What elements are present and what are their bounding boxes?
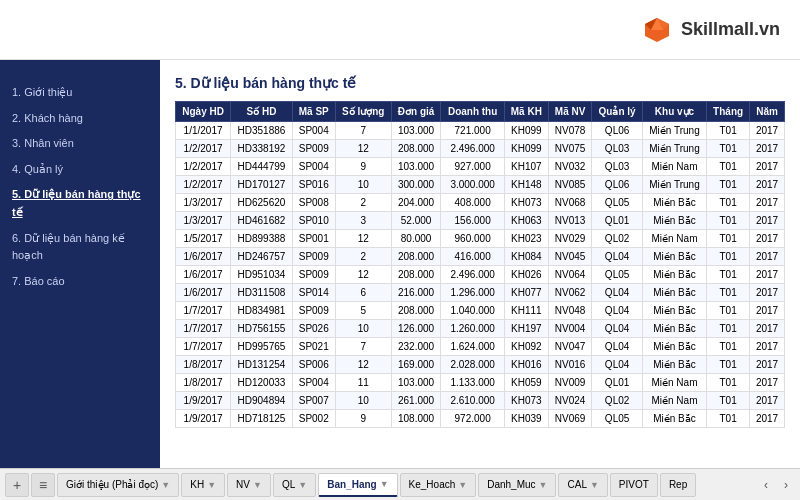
tab-prev-button[interactable]: ‹: [757, 473, 775, 497]
tab-item-kh-tab[interactable]: KH▼: [181, 473, 225, 497]
table-cell: QL04: [592, 248, 642, 266]
table-cell: QL05: [592, 194, 642, 212]
table-header-cell: Mã KH: [504, 102, 548, 122]
table-cell: KH107: [504, 158, 548, 176]
tab-dropdown-arrow[interactable]: ▼: [298, 480, 307, 490]
table-cell: 208.000: [391, 248, 441, 266]
table-cell: 9: [335, 410, 391, 428]
tab-item-ke-hoach-tab[interactable]: Ke_Hoach▼: [400, 473, 477, 497]
table-cell: NV069: [548, 410, 592, 428]
table-cell: HD170127: [231, 176, 293, 194]
tab-dropdown-arrow[interactable]: ▼: [207, 480, 216, 490]
table-cell: Miền Bắc: [642, 212, 706, 230]
sidebar: 1. Giới thiệu 2. Khách hàng 3. Nhân viên…: [0, 60, 160, 468]
table-cell: SP001: [292, 230, 335, 248]
tab-dropdown-arrow[interactable]: ▼: [590, 480, 599, 490]
table-header-cell: Khu vực: [642, 102, 706, 122]
sidebar-item-plan-sales[interactable]: 6. Dữ liệu bán hàng kế hoạch: [10, 226, 150, 269]
table-row[interactable]: 1/3/2017HD625620SP0082204.000408.000KH07…: [176, 194, 785, 212]
sidebar-item-intro[interactable]: 1. Giới thiệu: [10, 80, 150, 106]
table-row[interactable]: 1/6/2017HD311508SP0146216.0001.296.000KH…: [176, 284, 785, 302]
sidebar-item-employees[interactable]: 3. Nhân viên: [10, 131, 150, 157]
table-cell: 1/3/2017: [176, 212, 231, 230]
tab-dropdown-arrow[interactable]: ▼: [458, 480, 467, 490]
tab-item-intro-tab[interactable]: Giới thiệu (Phải đọc)▼: [57, 473, 179, 497]
table-cell: T01: [707, 212, 750, 230]
table-cell: 1/9/2017: [176, 392, 231, 410]
tab-item-pivot-tab[interactable]: PIVOT: [610, 473, 658, 497]
table-row[interactable]: 1/1/2017HD351886SP0047103.000721.000KH09…: [176, 122, 785, 140]
tab-dropdown-arrow[interactable]: ▼: [539, 480, 548, 490]
table-cell: 1/8/2017: [176, 374, 231, 392]
tab-item-ban-hang-tab[interactable]: Ban_Hang▼: [318, 473, 397, 497]
table-cell: QL02: [592, 392, 642, 410]
add-sheet-button[interactable]: +: [5, 473, 29, 497]
table-cell: 12: [335, 266, 391, 284]
tab-item-danh-muc-tab[interactable]: Danh_Muc▼: [478, 473, 556, 497]
sidebar-item-management[interactable]: 4. Quản lý: [10, 157, 150, 183]
table-cell: T01: [707, 176, 750, 194]
table-cell: SP009: [292, 302, 335, 320]
table-cell: SP010: [292, 212, 335, 230]
table-cell: KH099: [504, 140, 548, 158]
table-cell: Miền Bắc: [642, 338, 706, 356]
tab-item-nv-tab[interactable]: NV▼: [227, 473, 271, 497]
table-cell: HD904894: [231, 392, 293, 410]
table-row[interactable]: 1/7/2017HD834981SP0095208.0001.040.000KH…: [176, 302, 785, 320]
table-row[interactable]: 1/3/2017HD461682SP010352.000156.000KH063…: [176, 212, 785, 230]
table-cell: 103.000: [391, 122, 441, 140]
table-cell: HD120033: [231, 374, 293, 392]
table-cell: T01: [707, 122, 750, 140]
table-cell: 1/8/2017: [176, 356, 231, 374]
table-row[interactable]: 1/2/2017HD338192SP00912208.0002.496.000K…: [176, 140, 785, 158]
table-cell: 960.000: [441, 230, 504, 248]
table-cell: QL03: [592, 158, 642, 176]
table-cell: HD718125: [231, 410, 293, 428]
tab-item-cal-tab[interactable]: CAL▼: [558, 473, 607, 497]
table-cell: HD951034: [231, 266, 293, 284]
table-row[interactable]: 1/2/2017HD444799SP0049103.000927.000KH10…: [176, 158, 785, 176]
data-table: Ngày HDSố HDMã SPSố lượngĐơn giáDoanh th…: [175, 101, 785, 428]
tab-next-button[interactable]: ›: [777, 473, 795, 497]
table-cell: T01: [707, 140, 750, 158]
body: 1. Giới thiệu 2. Khách hàng 3. Nhân viên…: [0, 60, 800, 468]
table-row[interactable]: 1/6/2017HD246757SP0092208.000416.000KH08…: [176, 248, 785, 266]
tab-dropdown-arrow[interactable]: ▼: [253, 480, 262, 490]
table-cell: 10: [335, 392, 391, 410]
table-row[interactable]: 1/9/2017HD904894SP00710261.0002.610.000K…: [176, 392, 785, 410]
table-cell: Miền Bắc: [642, 194, 706, 212]
sidebar-item-customers[interactable]: 2. Khách hàng: [10, 106, 150, 132]
table-cell: NV029: [548, 230, 592, 248]
table-row[interactable]: 1/7/2017HD995765SP0217232.0001.624.000KH…: [176, 338, 785, 356]
table-row[interactable]: 1/8/2017HD131254SP00612169.0002.028.000K…: [176, 356, 785, 374]
app-container: Skillmall.vn 1. Giới thiệu 2. Khách hàng…: [0, 0, 800, 500]
sidebar-item-actual-sales[interactable]: 5. Dữ liệu bán hàng thực tế: [10, 182, 150, 225]
table-header-row: Ngày HDSố HDMã SPSố lượngĐơn giáDoanh th…: [176, 102, 785, 122]
table-cell: QL05: [592, 410, 642, 428]
table-row[interactable]: 1/9/2017HD718125SP0029108.000972.000KH03…: [176, 410, 785, 428]
sheet-menu-button[interactable]: ≡: [31, 473, 55, 497]
table-cell: 2: [335, 194, 391, 212]
table-cell: NV024: [548, 392, 592, 410]
table-row[interactable]: 1/8/2017HD120033SP00411103.0001.133.000K…: [176, 374, 785, 392]
table-cell: 7: [335, 338, 391, 356]
tab-item-rep-tab[interactable]: Rep: [660, 473, 696, 497]
table-cell: QL04: [592, 356, 642, 374]
table-cell: KH016: [504, 356, 548, 374]
table-cell: T01: [707, 248, 750, 266]
table-cell: KH063: [504, 212, 548, 230]
table-row[interactable]: 1/6/2017HD951034SP00912208.0002.496.000K…: [176, 266, 785, 284]
tab-dropdown-arrow[interactable]: ▼: [161, 480, 170, 490]
table-row[interactable]: 1/2/2017HD170127SP01610300.0003.000.000K…: [176, 176, 785, 194]
table-cell: HD834981: [231, 302, 293, 320]
tab-item-ql-tab[interactable]: QL▼: [273, 473, 316, 497]
table-row[interactable]: 1/5/2017HD899388SP0011280.000960.000KH02…: [176, 230, 785, 248]
table-row[interactable]: 1/7/2017HD756155SP02610126.0001.260.000K…: [176, 320, 785, 338]
table-cell: SP026: [292, 320, 335, 338]
sidebar-item-report[interactable]: 7. Báo cáo: [10, 269, 150, 295]
table-cell: QL04: [592, 284, 642, 302]
tab-dropdown-arrow[interactable]: ▼: [380, 479, 389, 489]
section-title: 5. Dữ liệu bán hàng thực tế: [175, 75, 785, 91]
table-cell: 2: [335, 248, 391, 266]
table-cell: 1/7/2017: [176, 302, 231, 320]
